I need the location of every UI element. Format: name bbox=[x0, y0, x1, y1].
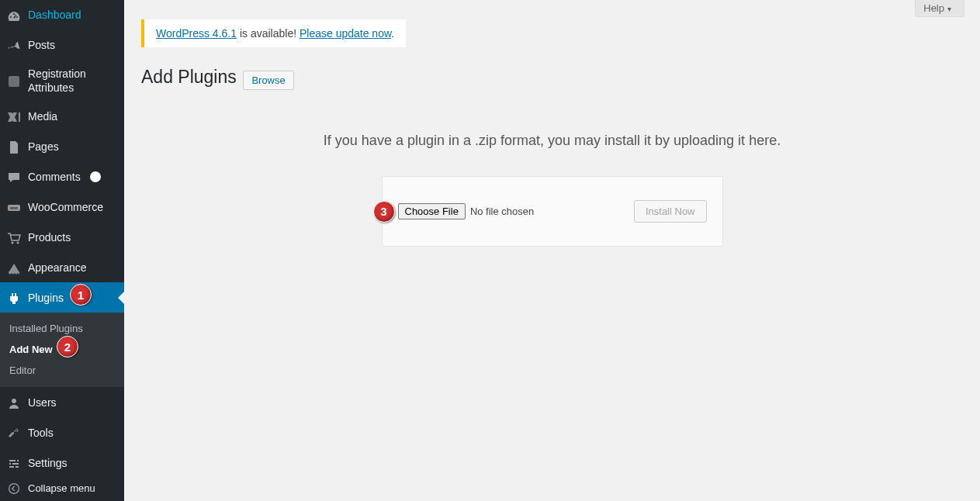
sidebar-item-label: Comments bbox=[28, 170, 118, 184]
sidebar-item-registration-attributes[interactable]: Registration Attributes bbox=[0, 60, 124, 101]
sidebar-item-dashboard[interactable]: Dashboard bbox=[0, 0, 124, 30]
sidebar-item-label: Registration Attributes bbox=[28, 67, 118, 95]
collapse-menu-label: Collapse menu bbox=[28, 482, 95, 494]
sidebar-item-label: Posts bbox=[28, 38, 118, 52]
users-icon bbox=[0, 393, 28, 411]
upload-description-text: If you have a plugin in a .zip format, y… bbox=[141, 133, 963, 149]
sidebar-item-label: Users bbox=[28, 396, 118, 409]
sidebar-item-media[interactable]: Media bbox=[0, 101, 124, 131]
annotation-badge-3: 3 bbox=[373, 201, 395, 223]
appearance-icon bbox=[0, 258, 28, 276]
sidebar-item-products[interactable]: Products bbox=[0, 222, 124, 252]
comments-count-badge bbox=[90, 171, 101, 182]
pages-icon bbox=[0, 137, 28, 155]
upload-plugin-form: 3 Choose File No file chosen Install Now bbox=[382, 176, 723, 247]
annotation-badge-2: 2 bbox=[57, 336, 78, 358]
wordpress-version-link[interactable]: WordPress 4.6.1 bbox=[156, 27, 237, 40]
submenu-add-new[interactable]: Add New 2 bbox=[0, 339, 124, 360]
sidebar-item-label: Settings bbox=[28, 456, 118, 470]
sidebar-item-users[interactable]: Users bbox=[0, 387, 124, 417]
sidebar-item-label: Appearance bbox=[28, 261, 118, 275]
main-content-area: Help WordPress 4.6.1 is available! Pleas… bbox=[124, 0, 980, 501]
svg-rect-0 bbox=[9, 76, 19, 87]
sidebar-item-label: Tools bbox=[28, 426, 118, 440]
settings-icon bbox=[0, 454, 28, 472]
page-title: Add Plugins bbox=[141, 67, 237, 88]
media-icon bbox=[0, 107, 28, 125]
submenu-item-label: Add New bbox=[9, 344, 53, 355]
svg-point-6 bbox=[9, 483, 19, 493]
svg-text:woo: woo bbox=[9, 206, 18, 210]
sidebar-item-label: Media bbox=[28, 109, 118, 123]
update-nag-text: is available! bbox=[237, 27, 300, 40]
registration-icon bbox=[0, 72, 28, 90]
browse-button[interactable]: Browse bbox=[243, 71, 293, 90]
update-nag-suffix: . bbox=[391, 27, 394, 40]
collapse-icon bbox=[0, 481, 28, 495]
comments-icon bbox=[0, 168, 28, 185]
install-now-button[interactable]: Install Now bbox=[634, 200, 707, 223]
sidebar-item-label: Dashboard bbox=[28, 8, 118, 22]
svg-point-5 bbox=[12, 399, 16, 403]
sidebar-item-plugins[interactable]: Plugins 1 bbox=[0, 282, 124, 313]
screen-meta-links: Help bbox=[915, 0, 964, 17]
sidebar-item-comments[interactable]: Comments bbox=[0, 161, 124, 192]
sidebar-item-tools[interactable]: Tools bbox=[0, 417, 124, 447]
products-icon bbox=[0, 228, 28, 246]
pin-icon bbox=[0, 36, 28, 54]
submenu-editor[interactable]: Editor bbox=[0, 360, 124, 381]
tools-icon bbox=[0, 423, 28, 441]
submenu-installed-plugins[interactable]: Installed Plugins bbox=[0, 318, 124, 339]
update-nag-notice: WordPress 4.6.1 is available! Please upd… bbox=[141, 19, 406, 47]
svg-point-3 bbox=[12, 242, 14, 244]
dashboard-icon bbox=[0, 6, 28, 24]
choose-file-button[interactable]: Choose File bbox=[398, 203, 466, 219]
sidebar-item-woocommerce[interactable]: woo WooCommerce bbox=[0, 192, 124, 222]
woo-icon: woo bbox=[0, 198, 28, 216]
sidebar-item-appearance[interactable]: Appearance bbox=[0, 252, 124, 282]
sidebar-item-label: Products bbox=[28, 230, 118, 244]
file-status-text: No file chosen bbox=[470, 206, 534, 217]
collapse-menu-button[interactable]: Collapse menu bbox=[0, 475, 124, 501]
sidebar-item-settings[interactable]: Settings bbox=[0, 447, 124, 478]
plugins-icon bbox=[0, 289, 28, 306]
svg-point-4 bbox=[17, 242, 19, 244]
sidebar-item-label: Pages bbox=[28, 140, 118, 154]
sidebar-item-label: WooCommerce bbox=[28, 200, 118, 214]
plugins-submenu: Installed Plugins Add New 2 Editor bbox=[0, 313, 124, 387]
update-now-link[interactable]: Please update now bbox=[300, 27, 391, 40]
help-tab-button[interactable]: Help bbox=[915, 0, 964, 17]
sidebar-item-posts[interactable]: Posts bbox=[0, 30, 124, 60]
admin-sidebar: Dashboard Posts Registration Attributes … bbox=[0, 0, 124, 501]
file-input-wrapper: Choose File No file chosen bbox=[398, 203, 535, 219]
sidebar-item-pages[interactable]: Pages bbox=[0, 131, 124, 161]
